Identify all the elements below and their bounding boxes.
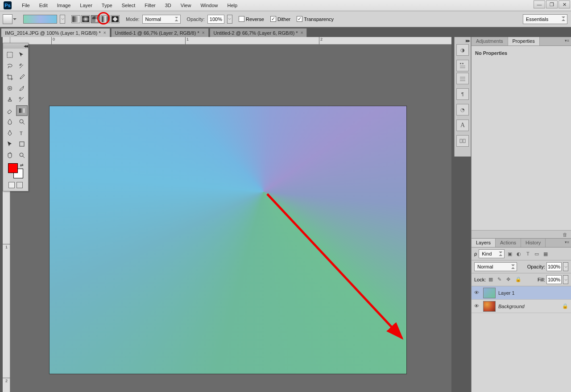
trash-icon[interactable]: 🗑 <box>563 232 567 237</box>
magic-wand-tool[interactable] <box>16 61 28 71</box>
opacity-input[interactable]: 100% <box>207 15 224 24</box>
close-button[interactable]: ✕ <box>559 0 570 8</box>
move-tool[interactable] <box>16 50 28 60</box>
layer-fill-dropdown[interactable] <box>563 275 568 284</box>
marquee-tool[interactable] <box>4 50 16 60</box>
menu-view[interactable]: View <box>176 1 196 10</box>
navigator-panel-icon[interactable]: ◔ <box>456 104 469 116</box>
zoom-tool[interactable] <box>16 150 28 161</box>
layer-filter-kind[interactable]: Kind <box>479 249 505 258</box>
menu-image[interactable]: Image <box>53 1 75 10</box>
lasso-tool[interactable] <box>4 61 16 71</box>
menu-type[interactable]: Type <box>97 1 117 10</box>
close-tab-icon[interactable]: × <box>202 30 205 35</box>
angle-gradient-button[interactable] <box>91 15 100 23</box>
tab-adjustments[interactable]: Adjustments <box>472 37 508 45</box>
layer-blend-mode[interactable]: Normal <box>474 262 517 271</box>
panel-menu-icon[interactable]: ▾≡ <box>565 38 569 43</box>
path-selection-tool[interactable] <box>4 139 16 149</box>
transparency-checkbox[interactable]: Transparency <box>297 16 334 22</box>
crop-tool[interactable] <box>4 72 16 83</box>
filter-type-icon[interactable]: T <box>524 250 531 257</box>
layer-row[interactable]: 👁 Layer 1 <box>472 286 571 300</box>
layer-row[interactable]: 👁 Background 🔒 <box>472 300 571 313</box>
lock-transparency-icon[interactable]: ▩ <box>488 276 495 283</box>
tab-layers[interactable]: Layers <box>472 239 496 247</box>
horizontal-ruler[interactable]: 0 1 2 <box>10 37 451 45</box>
reverse-checkbox[interactable]: Reverse <box>239 16 264 22</box>
reflected-gradient-button[interactable] <box>101 15 110 23</box>
menu-help[interactable]: Help <box>223 1 242 10</box>
document-tab[interactable]: Untitled-1 @ 66,7% (Layer 2, RGB/8) *× <box>111 28 209 37</box>
layer-thumbnail[interactable] <box>483 301 496 312</box>
tools-panel-collapse[interactable]: ◀◀ <box>3 43 28 49</box>
filter-adjust-icon[interactable]: ◐ <box>515 250 522 257</box>
gradient-picker-dropdown[interactable] <box>60 15 65 24</box>
panel-menu-icon[interactable]: ▾≡ <box>565 240 569 244</box>
layer-opacity-input[interactable]: 100% <box>546 262 562 271</box>
swatches-panel-icon[interactable] <box>456 60 469 71</box>
layer-thumbnail[interactable] <box>483 288 496 298</box>
shape-tool[interactable] <box>16 139 28 149</box>
workspace-switcher[interactable]: Essentials <box>523 14 567 24</box>
tab-history[interactable]: History <box>521 239 546 247</box>
dodge-tool[interactable] <box>16 116 28 127</box>
radial-gradient-button[interactable] <box>81 15 90 23</box>
menu-select[interactable]: Select <box>117 1 140 10</box>
gradient-picker[interactable] <box>23 15 57 24</box>
document-tab[interactable]: IMG_2014.JPG @ 100% (Layer 1, RGB/8) *× <box>1 28 110 37</box>
eyedropper-tool[interactable] <box>16 72 28 83</box>
blur-tool[interactable] <box>4 116 16 127</box>
libraries-panel-icon[interactable] <box>456 135 469 147</box>
maximize-button[interactable]: ❐ <box>546 0 558 8</box>
document-tab[interactable]: Untitled-2 @ 66,7% (Layer 6, RGB/8) *× <box>210 28 307 37</box>
lock-pixels-icon[interactable]: ✎ <box>497 276 504 283</box>
blend-mode-select[interactable]: Normal <box>142 15 181 24</box>
character-panel-icon[interactable]: A <box>456 120 469 131</box>
swap-colors-icon[interactable]: ⇄ <box>20 163 24 167</box>
menu-file[interactable]: File <box>17 1 34 10</box>
close-tab-icon[interactable]: × <box>301 30 303 35</box>
canvas[interactable] <box>50 106 406 374</box>
layer-opacity-dropdown[interactable] <box>563 262 568 271</box>
layer-name[interactable]: Layer 1 <box>498 290 515 296</box>
layer-fill-input[interactable]: 100% <box>546 275 562 284</box>
foreground-color[interactable] <box>8 163 18 173</box>
paragraph-panel-icon[interactable]: ¶ <box>456 88 469 100</box>
layer-list[interactable]: 👁 Layer 1 👁 Background 🔒 <box>472 286 571 392</box>
filter-pixel-icon[interactable]: ▣ <box>506 250 513 257</box>
visibility-icon[interactable]: 👁 <box>474 303 480 309</box>
filter-shape-icon[interactable]: ▭ <box>533 250 540 257</box>
visibility-icon[interactable]: 👁 <box>474 290 480 296</box>
tool-preset-picker[interactable] <box>3 14 12 24</box>
eraser-tool[interactable] <box>4 105 16 116</box>
layer-name[interactable]: Background <box>498 304 525 309</box>
lock-all-icon[interactable]: 🔒 <box>515 276 521 283</box>
screen-mode-button[interactable] <box>17 182 23 188</box>
menu-edit[interactable]: Edit <box>35 1 52 10</box>
menu-3d[interactable]: 3D <box>161 1 176 10</box>
gradient-tool[interactable] <box>16 105 28 116</box>
type-tool[interactable]: T <box>16 128 28 138</box>
close-tab-icon[interactable]: × <box>103 30 106 35</box>
history-brush-tool[interactable] <box>16 94 28 105</box>
dock-expand[interactable]: ▶▶ <box>455 39 471 43</box>
hand-tool[interactable] <box>4 150 16 161</box>
clone-stamp-tool[interactable] <box>4 94 16 105</box>
menu-window[interactable]: Window <box>196 1 222 10</box>
dither-checkbox[interactable]: Dither <box>270 16 290 22</box>
filter-smart-icon[interactable]: ▦ <box>542 250 549 257</box>
healing-brush-tool[interactable] <box>4 83 16 94</box>
menu-filter[interactable]: Filter <box>140 1 160 10</box>
brush-tool[interactable] <box>16 83 28 94</box>
pen-tool[interactable] <box>4 128 16 138</box>
linear-gradient-button[interactable] <box>71 15 80 23</box>
diamond-gradient-button[interactable] <box>111 15 120 23</box>
minimize-button[interactable]: — <box>534 0 545 8</box>
canvas-viewport[interactable] <box>10 45 451 392</box>
tab-actions[interactable]: Actions <box>496 239 521 247</box>
styles-panel-icon[interactable] <box>456 73 469 84</box>
tab-properties[interactable]: Properties <box>508 37 540 45</box>
quick-mask-button[interactable] <box>8 182 15 188</box>
color-panel-icon[interactable]: ◑ <box>456 44 469 56</box>
